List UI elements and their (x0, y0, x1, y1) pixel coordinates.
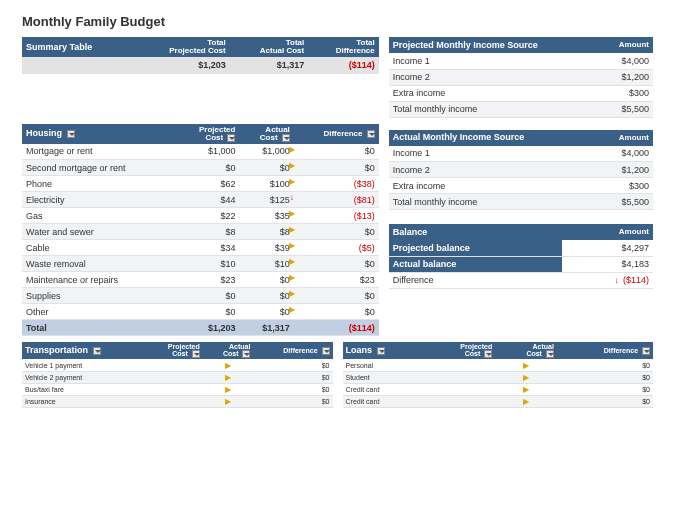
row-diff: $0 (294, 288, 379, 304)
bal-row-val: ↓ ($114) (562, 272, 653, 288)
row-val: $300 (596, 178, 653, 194)
total-label: Total (22, 320, 176, 336)
row-name: Bus/taxi fare (22, 383, 145, 395)
row-name: Extra income (389, 178, 596, 194)
proj-income-label: Projected Monthly Income Source (389, 37, 600, 53)
row-name: Vehicle 1 payment (22, 359, 145, 371)
row-proj: $8 (176, 224, 240, 240)
row-act: $1,000 ▶ (239, 144, 293, 160)
row-proj: $0 (176, 288, 240, 304)
loans-table: Loans ProjectedCost ActualCost Differenc… (343, 342, 654, 408)
filter-icon[interactable] (93, 347, 101, 355)
row-diff: $0 (253, 359, 332, 371)
col-proj: TotalProjected Cost (133, 37, 229, 57)
row-name: Other (22, 304, 176, 320)
summary-label: Summary Table (22, 37, 133, 57)
housing-table: Housing ProjectedCost ActualCost Differe… (22, 124, 379, 337)
row-diff: $0 (557, 359, 653, 371)
row-act: $0 ▶ (239, 272, 293, 288)
row-diff: $0 (557, 395, 653, 407)
row-proj: $0 (176, 160, 240, 176)
row-val: $4,000 (600, 53, 653, 69)
row-val: $1,200 (600, 69, 653, 85)
page-title: Monthly Family Budget (22, 14, 653, 29)
row-diff: ($81) (294, 192, 379, 208)
col-diff: TotalDifference (308, 37, 379, 57)
row-name: Second mortgage or rent (22, 160, 176, 176)
row-act: $35 ▶ (239, 208, 293, 224)
filter-icon[interactable] (546, 350, 554, 358)
row-diff: ($38) (294, 176, 379, 192)
row-proj: $44 (176, 192, 240, 208)
arrow-down-icon: ↓ (612, 276, 620, 285)
row-name: Vehicle 2 payment (22, 371, 145, 383)
filter-icon[interactable] (484, 350, 492, 358)
row-name: Income 1 (389, 53, 600, 69)
filter-icon[interactable] (367, 130, 375, 138)
summary-act: $1,317 (230, 57, 308, 73)
arrow-right-icon: ▶ (522, 385, 530, 394)
arrow-right-icon: ▶ (288, 145, 296, 154)
row-proj: $23 (176, 272, 240, 288)
filter-icon[interactable] (377, 347, 385, 355)
row-diff: $0 (253, 383, 332, 395)
proj-income-table: Projected Monthly Income Source Amount I… (389, 37, 653, 118)
row-act: $0 ▶ (239, 304, 293, 320)
summary-table: Summary Table TotalProjected Cost TotalA… (22, 37, 379, 74)
row-diff: $0 (557, 371, 653, 383)
row-name: Credit card (343, 383, 426, 395)
row-val: $5,500 (596, 194, 653, 210)
amount-label: Amount (562, 224, 653, 240)
transport-table: Transportation ProjectedCost ActualCost … (22, 342, 333, 408)
row-proj: $0 (176, 304, 240, 320)
bal-row-name: Difference (389, 272, 562, 288)
row-val: $300 (600, 85, 653, 101)
row-name: Water and sewer (22, 224, 176, 240)
arrow-right-icon: ▶ (224, 385, 232, 394)
arrow-right-icon: ▶ (288, 305, 296, 314)
filter-icon[interactable] (642, 347, 650, 355)
arrow-right-icon: ▶ (224, 397, 232, 406)
arrow-right-icon: ▶ (288, 273, 296, 282)
arrow-down-icon: ↓ (288, 193, 296, 202)
filter-icon[interactable] (67, 130, 75, 138)
filter-icon[interactable] (192, 350, 200, 358)
row-name: Electricity (22, 192, 176, 208)
arrow-right-icon: ▶ (522, 397, 530, 406)
row-name: Income 2 (389, 162, 596, 178)
row-name: Cable (22, 240, 176, 256)
row-name: Mortgage or rent (22, 144, 176, 160)
filter-icon[interactable] (322, 347, 330, 355)
filter-icon[interactable] (282, 134, 290, 142)
row-name: Credit card (343, 395, 426, 407)
row-diff: $0 (557, 383, 653, 395)
filter-icon[interactable] (242, 350, 250, 358)
row-proj: $1,000 (176, 144, 240, 160)
row-name: Phone (22, 176, 176, 192)
row-act: $100 ▶ (239, 176, 293, 192)
col-proj: ProjectedCost (176, 124, 240, 144)
row-name: Student (343, 371, 426, 383)
row-name: Total monthly income (389, 194, 596, 210)
filter-icon[interactable] (227, 134, 235, 142)
row-name: Total monthly income (389, 101, 600, 117)
arrow-right-icon: ▶ (288, 161, 296, 170)
row-act: $39 ▶ (239, 240, 293, 256)
bal-row-val: $4,297 (562, 240, 653, 256)
row-diff: ($13) (294, 208, 379, 224)
arrow-right-icon: ▶ (522, 373, 530, 382)
balance-table: Balance Amount Projected balance$4,297Ac… (389, 224, 653, 289)
row-diff: $0 (253, 395, 332, 407)
row-act: $0 ▶ (239, 160, 293, 176)
row-name: Maintenance or repairs (22, 272, 176, 288)
row-act: $125 ↓ (239, 192, 293, 208)
row-name: Income 2 (389, 69, 600, 85)
arrow-right-icon: ▶ (288, 289, 296, 298)
housing-label: Housing (22, 124, 176, 144)
row-diff: $23 (294, 272, 379, 288)
row-diff: $0 (294, 160, 379, 176)
row-diff: $0 (294, 256, 379, 272)
arrow-right-icon: ▶ (288, 209, 296, 218)
row-act: $10 ▶ (239, 256, 293, 272)
row-name: Supplies (22, 288, 176, 304)
